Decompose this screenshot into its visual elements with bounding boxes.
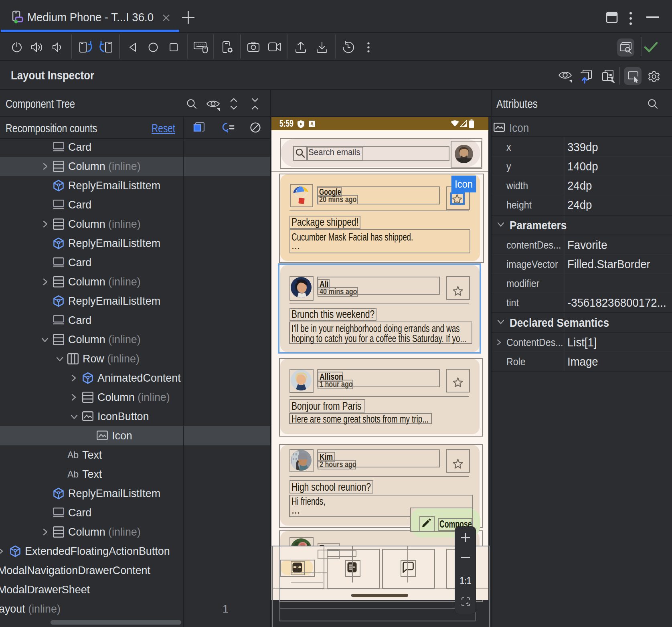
svg-text:A: A [310,121,313,126]
